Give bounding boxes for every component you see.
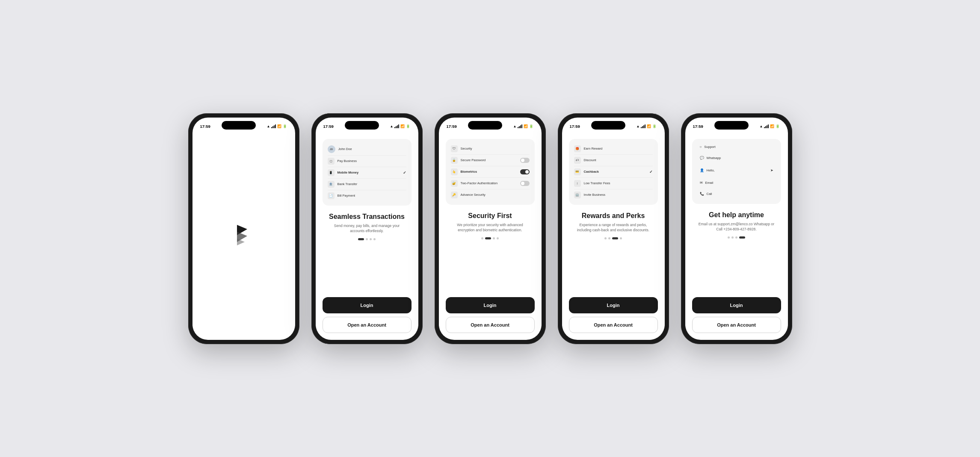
cashback-icon: 💳 (574, 168, 581, 175)
status-icons-1: ▲ 📶 🔋 (267, 124, 287, 128)
rewards-open-account-button[interactable]: Open an Account (569, 317, 658, 333)
splash-content (192, 133, 295, 340)
label-biometrics: Biometrics (461, 170, 517, 174)
dynamic-island-4 (591, 121, 625, 130)
row-bank-transfer: 🏦 Bank Transfer (328, 179, 406, 190)
label-call: Call (707, 192, 773, 196)
rewards-login-button[interactable]: Login (569, 297, 658, 313)
support-card-area: ○ Support 💬 Whatsapp 👤 Hello, ➤ (692, 137, 781, 333)
seamless-dots (358, 238, 376, 240)
dot-2-1 (481, 237, 483, 239)
transactions-card: JD John Doe ◻ Pay Business 📱 Mobile Mone… (323, 139, 412, 206)
label-cashback: Cashback (584, 170, 646, 174)
location-icon-3: ▲ (513, 124, 517, 128)
security-card: 🛡 Security 🔒 Secure Password 👆 Biometric… (446, 139, 535, 205)
dot-1-active (358, 238, 364, 240)
rewards-card: 🎁 Earn Reward 🏷 Discount 💳 Cashback ✓ (569, 139, 658, 205)
seamless-content: JD John Doe ◻ Pay Business 📱 Mobile Mone… (316, 133, 418, 340)
dynamic-island-5 (714, 121, 749, 130)
signal-icon-1 (271, 124, 276, 128)
dot-4-1 (728, 236, 730, 239)
status-time-5: 17:59 (693, 124, 703, 129)
security-buttons: Login Open an Account (446, 297, 535, 333)
dynamic-island-3 (468, 121, 502, 130)
row-earn-reward: 🎁 Earn Reward (574, 143, 653, 155)
label-support: Support (704, 145, 773, 149)
status-bar-4: 17:59 ▲ 📶 🔋 (562, 118, 665, 133)
location-icon-4: ▲ (637, 124, 640, 128)
support-login-button[interactable]: Login (692, 297, 781, 313)
phone-support: 17:59 ▲ 📶 🔋 (681, 113, 792, 344)
battery-icon-3: 🔋 (529, 124, 533, 128)
label-bill-payment: Bill Payment (338, 194, 406, 198)
wifi-icon-5: 📶 (770, 124, 774, 128)
transfer-icon: ↕ (574, 180, 581, 187)
dot-3-1 (604, 237, 607, 239)
signal-icon-4 (641, 124, 645, 128)
mobile-money-icon: 📱 (328, 169, 335, 176)
status-bar-3: 17:59 ▲ 📶 🔋 (439, 118, 542, 133)
security-card-area: 🛡 Security 🔒 Secure Password 👆 Biometric… (446, 137, 535, 333)
status-icons-2: ▲ 📶 🔋 (390, 124, 411, 128)
wifi-icon-4: 📶 (647, 124, 651, 128)
location-icon-2: ▲ (390, 124, 394, 128)
label-whatsapp: Whatsapp (707, 156, 773, 160)
row-invite-business: 🏢 Invite Business (574, 189, 653, 200)
dot-3-4 (620, 237, 622, 239)
status-bar-2: 17:59 ▲ 📶 🔋 (316, 118, 418, 133)
security-dots (481, 237, 499, 239)
row-pay-business: ◻ Pay Business (328, 156, 406, 167)
location-icon-5: ▲ (760, 124, 763, 128)
dot-3-2 (608, 237, 610, 239)
dynamic-island-2 (345, 121, 379, 130)
whatsapp-icon: 💬 (700, 156, 704, 160)
business-icon: 🏢 (574, 192, 581, 198)
row-secure-password: 🔒 Secure Password (451, 155, 530, 166)
bank-transfer-icon: 🏦 (328, 181, 335, 188)
row-bill-payment: 📄 Bill Payment (328, 190, 406, 201)
support-open-account-button[interactable]: Open an Account (692, 317, 781, 333)
label-security: Security (461, 147, 530, 150)
support-row-whatsapp: 💬 Whatsapp (696, 153, 778, 163)
row-advance-security: 🔑 Advance Security (451, 189, 530, 200)
support-subtitle: Email us at support.zm@lenco.co Whatsapp… (692, 221, 781, 233)
battery-icon-4: 🔋 (652, 124, 657, 128)
label-secure-password: Secure Password (461, 158, 517, 162)
chat-avatar-icon: 👤 (700, 168, 704, 172)
status-icons-4: ▲ 📶 🔋 (637, 124, 657, 128)
row-low-transfer: ↕ Low Transfer Fees (574, 178, 653, 189)
advance-security-icon: 🔑 (451, 192, 458, 198)
pay-business-icon: ◻ (328, 158, 335, 165)
cashback-check: ✓ (649, 170, 653, 174)
status-time-1: 17:59 (200, 124, 210, 129)
send-icon: ➤ (770, 168, 773, 172)
twofactor-icon: 🔐 (451, 180, 458, 187)
dot-3-active (612, 237, 618, 239)
label-invite-business: Invite Business (584, 193, 653, 197)
dot-4-3 (735, 236, 737, 239)
app-logo (234, 223, 254, 247)
phone-seamless: 17:59 ▲ 📶 🔋 (311, 113, 423, 344)
label-low-transfer: Low Transfer Fees (584, 181, 653, 185)
label-advance-security: Advance Security (461, 193, 530, 197)
security-open-account-button[interactable]: Open an Account (446, 317, 535, 333)
battery-icon-2: 🔋 (406, 124, 410, 128)
phone-rewards: 17:59 ▲ 📶 🔋 (558, 113, 669, 344)
seamless-open-account-button[interactable]: Open an Account (323, 317, 412, 333)
shield-icon: 🛡 (451, 145, 458, 152)
phone-splash: 17:59 ▲ 📶 🔋 (188, 113, 299, 344)
2fa-toggle (520, 181, 530, 186)
row-2fa: 🔐 Two-Factor Authentication (451, 178, 530, 189)
support-row-email: ✉ Email (696, 178, 778, 188)
row-discount: 🏷 Discount (574, 155, 653, 166)
status-icons-5: ▲ 📶 🔋 (760, 124, 780, 128)
label-discount: Discount (584, 158, 653, 162)
location-icon-1: ▲ (267, 124, 270, 128)
seamless-login-button[interactable]: Login (323, 297, 412, 313)
rewards-subtitle: Experience a range of rewards and perks,… (569, 222, 658, 233)
rewards-title: Rewards and Perks (582, 212, 645, 220)
security-login-button[interactable]: Login (446, 297, 535, 313)
scene: 17:59 ▲ 📶 🔋 (163, 96, 818, 361)
seamless-card-area: JD John Doe ◻ Pay Business 📱 Mobile Mone… (323, 137, 412, 333)
dot-2-3 (493, 237, 495, 239)
